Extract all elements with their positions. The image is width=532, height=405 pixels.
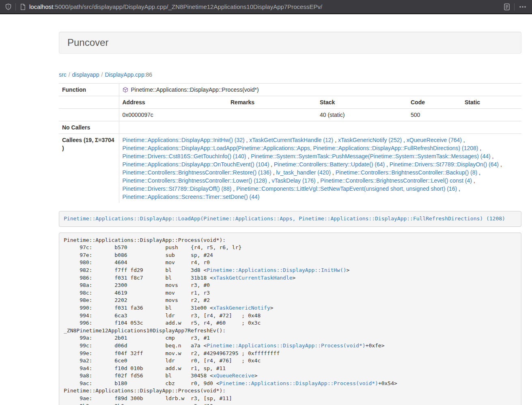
code-symbol-link[interactable]: xQueueReceive [213, 373, 254, 379]
url-path: :5000/path/src/displayapp/DisplayApp.cpp… [53, 3, 322, 10]
toolbar-divider [514, 3, 515, 11]
callee-link[interactable]: Pinetime::Drivers::St7789::DisplayOff() … [123, 185, 232, 192]
callee-link[interactable]: Pinetime::Controllers::BrightnessControl… [123, 169, 271, 176]
callee-separator: , [246, 153, 251, 159]
shield-icon[interactable] [5, 3, 12, 11]
callee-separator: , [472, 177, 475, 184]
no-callers-label: No Callers [59, 121, 119, 134]
callee-separator: , [491, 153, 494, 159]
callee-separator: , [231, 185, 236, 192]
callees-label: Callees (19, Σ=3704 ) [59, 134, 119, 203]
callees-row: Callees (19, Σ=3704 ) Pinetime::Applicat… [59, 134, 521, 203]
callee-separator: , [499, 161, 502, 168]
column-header-stack: Stack [317, 96, 407, 109]
callee-separator: , [385, 161, 390, 168]
callee-link[interactable]: Pinetime::Controllers::Battery::Update()… [274, 161, 385, 168]
empty-cell [59, 109, 119, 121]
code-symbol-link[interactable]: Pinetime::Applications::DisplayApp::Init… [207, 267, 346, 273]
callee-separator: , [331, 169, 336, 176]
callee-separator: , [333, 137, 338, 143]
code-symbol-link[interactable]: xTaskGetCurrentTaskHandle [213, 275, 293, 281]
breadcrumb-item-src[interactable]: src [59, 71, 67, 78]
breadcrumb-separator: / [101, 71, 103, 78]
page-icon [20, 4, 26, 10]
callee-link[interactable]: Pinetime::Controllers::BrightnessControl… [336, 169, 477, 176]
stat-code: 500 [407, 109, 461, 121]
column-header-code: Code [407, 96, 461, 109]
callee-link[interactable]: xTaskGenericNotify (252) [338, 137, 402, 143]
callee-link[interactable]: Pinetime::Applications::DisplayApp::Init… [123, 137, 245, 143]
stat-stack: 40 (static) [317, 109, 407, 121]
page-title: Puncover [67, 37, 108, 48]
stats-row: 0x0000097c40 (static)500 [59, 109, 521, 121]
function-table: Function Pinetime::Applications::Display… [59, 83, 521, 203]
inner-header-row: AddressRemarksStackCodeStatic [59, 96, 521, 109]
callee-link[interactable]: Pinetime::Applications::DisplayApp::Load… [123, 145, 478, 151]
code-symbol-link[interactable]: xTaskGenericNotify [213, 305, 270, 311]
url-hostname: localhost [29, 3, 53, 10]
callee-link[interactable]: Pinetime::Drivers::Cst816S::GetTouchInfo… [123, 153, 246, 159]
callee-link[interactable]: Pinetime::System::SystemTask::PushMessag… [251, 153, 491, 159]
callee-separator: , [269, 161, 274, 168]
callee-separator: , [402, 137, 407, 143]
callee-link[interactable]: Pinetime::Drivers::St7789::DisplayOn() (… [390, 161, 499, 168]
callee-link[interactable]: Pinetime::Controllers::BrightnessControl… [123, 177, 267, 184]
function-row: Function Pinetime::Applications::Display… [59, 84, 521, 96]
callee-separator: , [457, 185, 460, 192]
callee-separator: , [316, 177, 321, 184]
callee-link[interactable]: Pinetime::Controllers::BrightnessControl… [320, 177, 472, 184]
line-number: :86 [144, 71, 152, 78]
reader-mode-icon[interactable] [503, 3, 510, 11]
callee-link[interactable]: lv_task_handler (420) [276, 169, 331, 176]
symbol-highlight-box: Pinetime::Applications::DisplayApp::Load… [59, 211, 521, 227]
function-name: Pinetime::Applications::DisplayApp::Proc… [131, 86, 259, 94]
column-header-address: Address [119, 96, 227, 109]
address-bar[interactable]: localhost:5000/path/src/displayapp/Displ… [19, 3, 503, 10]
browser-toolbar: localhost:5000/path/src/displayapp/Displ… [0, 0, 532, 14]
page-content: Puncover src/displayapp/DisplayApp.cpp:8… [59, 32, 521, 405]
symbol-cube-icon [123, 87, 128, 93]
no-callers-row: No Callers [59, 121, 521, 134]
callee-link[interactable]: Pinetime::Components::LittleVgl::SetNewT… [236, 185, 457, 192]
column-header-static: Static [461, 96, 521, 109]
callee-separator: , [245, 137, 250, 143]
breadcrumb-separator: / [69, 71, 70, 78]
toolbar-divider [15, 3, 16, 11]
callee-separator: , [478, 145, 481, 151]
callee-separator: , [271, 169, 276, 176]
stat-static [461, 109, 521, 121]
disassembly-block: Pinetime::Applications::DisplayApp::Proc… [59, 233, 521, 405]
callee-separator: , [462, 137, 465, 143]
code-symbol-link[interactable]: Pinetime::Applications::DisplayApp::Proc… [207, 343, 365, 349]
app-header-panel: Puncover [59, 32, 521, 54]
callee-link[interactable]: xTaskGetCurrentTaskHandle (12) [249, 137, 333, 143]
callee-link[interactable]: vTaskDelay (176) [272, 177, 316, 184]
empty-cell [59, 96, 119, 109]
url-text: localhost:5000/path/src/displayapp/Displ… [29, 3, 322, 10]
loadapp-symbol-link[interactable]: Pinetime::Applications::DisplayApp::Load… [64, 215, 505, 222]
ellipsis-menu-icon[interactable] [518, 3, 527, 11]
breadcrumb: src/displayapp/DisplayApp.cpp:86 [59, 71, 521, 79]
callee-separator: , [267, 177, 272, 184]
breadcrumb-item-displayapp[interactable]: displayapp [72, 71, 99, 78]
stat-remarks [227, 109, 317, 121]
column-header-remarks: Remarks [227, 96, 317, 109]
callee-separator: , [477, 169, 480, 176]
callees-list: Pinetime::Applications::DisplayApp::Init… [119, 134, 521, 203]
callee-link[interactable]: Pinetime::Applications::DisplayApp::OnTo… [123, 161, 269, 168]
breadcrumb-item-file[interactable]: DisplayApp.cpp [105, 71, 144, 78]
code-symbol-link[interactable]: Pinetime::Applications::DisplayApp::Proc… [220, 380, 378, 386]
function-label: Function [59, 84, 119, 96]
callee-link[interactable]: Pinetime::Applications::Screens::Timer::… [123, 194, 260, 200]
stat-address: 0x0000097c [119, 109, 227, 121]
callee-link[interactable]: xQueueReceive (764) [407, 137, 462, 143]
